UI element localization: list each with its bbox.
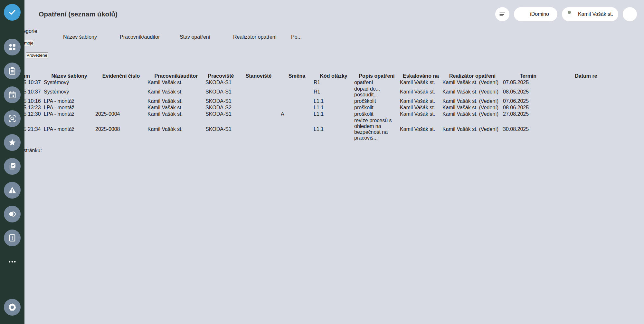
cell-nazev-sablony: Systémový [44, 86, 95, 98]
warning-icon[interactable] [4, 182, 21, 199]
page-title: Opatření (seznam úkolů) [39, 10, 118, 18]
column-header-smena[interactable]: Směna [281, 73, 313, 79]
filter-field-stav-opatreni: Stav opatření [180, 34, 233, 40]
compare-circles-icon[interactable] [4, 206, 21, 222]
cell-popis-opatreni: opatření [354, 80, 399, 85]
cell-nazev-sablony: LPA - montáž [44, 98, 95, 104]
column-header-stanoviste[interactable]: Stanoviště [237, 73, 280, 79]
column-header-evidencni-cislo[interactable]: Evidenční číslo [95, 73, 147, 79]
filter-row: Název kategorieL...Systé...Název šablony… [0, 28, 644, 73]
topbar: Opatření (seznam úkolů) iDomino Kamil Va… [24, 0, 644, 28]
table-row[interactable]: 27.08.2025 21:34LPA - montáž2025-0008Kam… [1, 118, 618, 141]
cell-eskalovano-na: Kamil Vašák st. [400, 105, 442, 111]
user-menu[interactable]: Kamil Vašák st. [562, 7, 618, 21]
cell-kod-otazky: R1 [314, 80, 354, 85]
filter-field-realizator-opatreni: Realizátor opatření [233, 34, 291, 40]
tasks-check-icon[interactable] [4, 4, 21, 21]
cell-nazev-sablony: Systémový [44, 80, 95, 85]
cell-evidencni-cislo [95, 105, 147, 111]
filter-field-nazev-sablony: Název šablony [63, 34, 120, 40]
cell-pracoviste: SKODA-S1 [205, 118, 236, 141]
cell-realizator-opatreni: Kamil Vašák st. (Vedení) [442, 105, 502, 111]
cell-evidencni-cislo [95, 98, 147, 104]
user-avatar [564, 9, 575, 20]
cell-smena [281, 105, 313, 111]
cell-evidencni-cislo: 2025-0008 [95, 118, 147, 141]
table-row[interactable]: 06.06.2025 10:16LPA - montážKamil Vašák … [1, 98, 618, 104]
column-header-pracoviste[interactable]: Pracoviště [205, 73, 236, 79]
column-header-datum-realizace[interactable]: Datum re [554, 73, 618, 79]
sidebar [0, 0, 24, 324]
cell-stanoviste [237, 98, 280, 104]
menu-button[interactable] [495, 7, 509, 21]
logout-button[interactable] [623, 7, 637, 21]
cell-nazev-sablony: LPA - montáž [44, 105, 95, 111]
completed-stack-icon[interactable] [4, 158, 21, 175]
cell-termin: 30.08.2025 [503, 118, 553, 141]
cell-smena [281, 86, 313, 98]
column-header-nazev-sablony[interactable]: Název šablony [44, 73, 95, 79]
table-row[interactable]: 07.05.2025 10:37SystémovýKamil Vašák st.… [1, 86, 618, 98]
column-header-termin[interactable]: Termín [503, 73, 553, 79]
cell-evidencni-cislo [95, 80, 147, 85]
audit-list-icon[interactable] [4, 63, 21, 79]
menu-icon [498, 10, 506, 18]
tasks-table-wrapper: DatumNázev šablonyEvidenční čísloPracovn… [0, 73, 644, 142]
table-header-row: DatumNázev šablonyEvidenční čísloPracovn… [1, 73, 618, 79]
cell-nazev-sablony: LPA - montáž [44, 118, 95, 141]
cell-stanoviste [237, 105, 280, 111]
filter-field-po: Po... [291, 34, 305, 40]
dashboard-icon[interactable] [4, 39, 21, 55]
tasks-table: DatumNázev šablonyEvidenční čísloPracovn… [0, 73, 619, 142]
cell-datum-realizace [554, 118, 618, 141]
main-panel: Název kategorieL...Systé...Název šablony… [0, 28, 644, 159]
favorites-star-icon[interactable] [4, 134, 21, 151]
cell-eskalovano-na: Kamil Vašák st. [400, 86, 442, 98]
card-footer: ‹ 1 › Řádků na stránku: 25 [0, 142, 644, 159]
cell-pracovnik-auditor: Kamil Vašák st. [147, 105, 205, 111]
filter-label-nazev-sablony: Název šablony [63, 34, 120, 40]
cell-eskalovano-na: Kamil Vašák st. [400, 98, 442, 104]
cell-pracoviste: SKODA-S1 [205, 80, 236, 85]
scan-search-icon[interactable] [4, 110, 21, 127]
more-dots-icon[interactable] [4, 253, 21, 270]
cell-datum-realizace [554, 80, 618, 85]
cell-popis-opatreni: revize procesů s ohledem na bezpečnost n… [354, 118, 399, 141]
cell-smena [281, 98, 313, 104]
cell-termin: 27.08.2025 [503, 111, 553, 117]
cell-pracovnik-auditor: Kamil Vašák st. [147, 118, 205, 141]
calendar-icon[interactable] [4, 86, 21, 103]
filter-label-po: Po... [291, 34, 305, 40]
filter-label-stav-opatreni: Stav opatření [180, 34, 233, 40]
table-row[interactable]: 07.05.2025 10:37SystémovýKamil Vašák st.… [1, 80, 618, 85]
filter-label-realizator-opatreni: Realizátor opatření [233, 34, 291, 40]
cell-realizator-opatreni: Kamil Vašák st. (Vedení) [442, 118, 502, 141]
cell-kod-otazky: L1.1 [314, 118, 354, 141]
column-header-kod-otazky[interactable]: Kód otázky [314, 73, 354, 79]
state-done-button[interactable]: Provedené [26, 52, 48, 58]
cell-smena: A [281, 111, 313, 117]
column-header-realizator-opatreni[interactable]: Realizátor opatření [442, 73, 502, 79]
workspace-selector[interactable]: iDomino [514, 7, 557, 21]
issue-clipboard-icon[interactable] [4, 230, 21, 246]
cell-datum-realizace [554, 105, 618, 111]
column-header-pracovnik-auditor[interactable]: Pracovník/auditor [147, 73, 205, 79]
cell-realizator-opatreni: Kamil Vašák st. (Vedení) [442, 98, 502, 104]
cell-pracovnik-auditor: Kamil Vašák st. [147, 111, 205, 117]
cell-eskalovano-na: Kamil Vašák st. [400, 118, 442, 141]
table-row[interactable]: 02.06.2025 13:23LPA - montážKamil Vašák … [1, 105, 618, 111]
column-header-popis-opatreni[interactable]: Popis opatření [354, 73, 399, 79]
cell-termin: 07.06.2025 [503, 98, 553, 104]
cell-popis-opatreni: proškolit [354, 111, 399, 117]
cell-pracovnik-auditor: Kamil Vašák st. [147, 86, 205, 98]
state-toggle: K provedení Provedené [0, 52, 644, 58]
cell-realizator-opatreni: Kamil Vašák st. (Vedení) [442, 80, 502, 85]
cell-datum-realizace [554, 98, 618, 104]
column-header-eskalovano-na[interactable]: Eskalováno na [400, 73, 442, 79]
arrow-right-icon [626, 10, 634, 18]
action-buttons: Vše Pouze moje ⋮ K provedení Provedené [0, 40, 644, 73]
cell-kod-otazky: R1 [314, 86, 354, 98]
settings-gear-icon[interactable] [4, 299, 21, 316]
table-row[interactable]: 25.08.2025 12:30LPA - montáž2025-0004Kam… [1, 111, 618, 117]
rows-per-page-select[interactable]: 25 [0, 153, 644, 159]
